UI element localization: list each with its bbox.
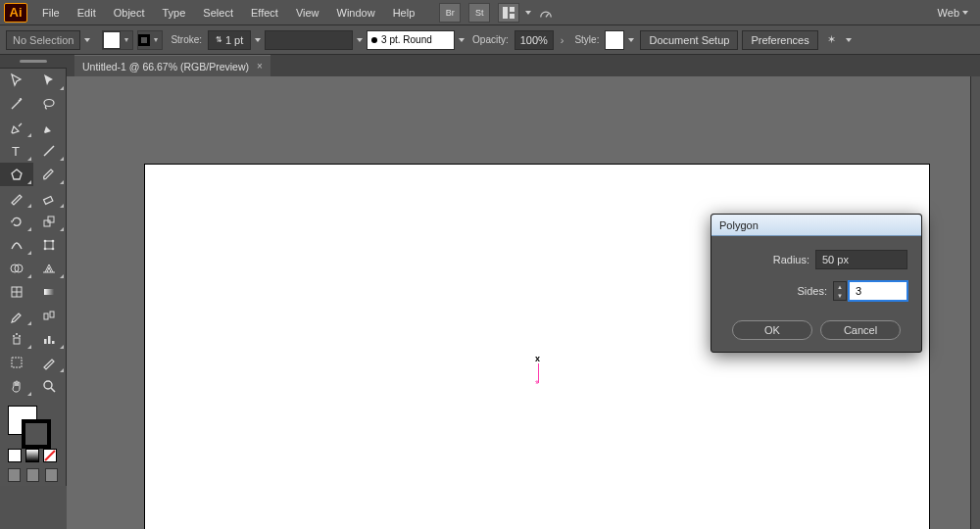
direct-selection-tool[interactable]: [33, 69, 67, 92]
stock-icon[interactable]: St: [468, 3, 490, 23]
menu-effect[interactable]: Effect: [242, 4, 287, 22]
align-icon[interactable]: ✶: [822, 30, 842, 50]
type-tool[interactable]: T: [0, 139, 33, 163]
chevron-down-icon[interactable]: [628, 38, 634, 42]
line-tool[interactable]: [33, 139, 67, 163]
pencil-tool[interactable]: [0, 186, 33, 210]
blend-tool[interactable]: [33, 304, 67, 327]
mesh-tool[interactable]: [0, 280, 33, 304]
right-panel-collapsed[interactable]: [970, 76, 980, 529]
preferences-button[interactable]: Preferences: [742, 30, 817, 50]
menu-window[interactable]: Window: [328, 4, 384, 22]
close-icon[interactable]: ×: [257, 61, 263, 72]
menu-view[interactable]: View: [287, 4, 328, 22]
hand-tool[interactable]: [0, 374, 33, 398]
eraser-tool[interactable]: [33, 186, 67, 210]
svg-rect-29: [44, 339, 47, 344]
color-mode-solid[interactable]: [8, 449, 22, 462]
ok-button[interactable]: OK: [732, 320, 812, 340]
app-logo[interactable]: Ai: [4, 3, 27, 23]
svg-rect-2: [510, 14, 514, 19]
draw-inside[interactable]: [45, 468, 58, 482]
magic-wand-tool[interactable]: [0, 92, 33, 116]
bridge-icon[interactable]: Br: [439, 3, 461, 23]
draw-behind[interactable]: [26, 468, 39, 482]
svg-rect-22: [44, 289, 54, 295]
sides-label: Sides:: [797, 285, 827, 297]
draw-normal[interactable]: [8, 468, 21, 482]
menu-type[interactable]: Type: [154, 4, 195, 22]
curvature-tool[interactable]: [33, 116, 67, 139]
chevron-down-icon[interactable]: [459, 38, 465, 42]
shape-builder-tool[interactable]: [0, 257, 33, 280]
graphic-style-swatch[interactable]: [605, 30, 624, 50]
gauge-icon[interactable]: [535, 3, 557, 23]
stroke-color[interactable]: [22, 419, 51, 449]
chevron-down-icon: [962, 11, 968, 15]
svg-rect-23: [44, 313, 48, 319]
sides-spinner[interactable]: ▲▼: [833, 281, 907, 301]
svg-rect-32: [12, 358, 22, 367]
menu-help[interactable]: Help: [384, 4, 424, 22]
brush-value: 3 pt. Round: [381, 34, 432, 45]
color-mode-none[interactable]: [43, 449, 57, 462]
svg-point-5: [44, 100, 54, 107]
chevron-down-icon[interactable]: [357, 38, 363, 42]
document-setup-button[interactable]: Document Setup: [640, 30, 738, 50]
free-transform-tool[interactable]: [33, 233, 67, 257]
dialog-title[interactable]: Polygon: [711, 215, 921, 236]
radius-input[interactable]: [815, 250, 907, 269]
graph-tool[interactable]: [33, 327, 67, 351]
chevron-right-icon[interactable]: ›: [561, 34, 564, 46]
svg-rect-0: [503, 7, 508, 19]
selection-tool[interactable]: [0, 69, 33, 92]
chevron-down-icon[interactable]: [84, 38, 90, 42]
brush-definition[interactable]: 3 pt. Round: [367, 30, 455, 50]
menu-object[interactable]: Object: [105, 4, 154, 22]
stroke-swatch[interactable]: ▾: [137, 30, 163, 50]
menu-edit[interactable]: Edit: [69, 4, 105, 22]
rotate-tool[interactable]: [0, 210, 33, 233]
cancel-button[interactable]: Cancel: [820, 320, 901, 340]
eyedropper-tool[interactable]: [0, 304, 33, 327]
menu-select[interactable]: Select: [194, 4, 242, 22]
slice-tool[interactable]: [33, 351, 67, 374]
zoom-tool[interactable]: [33, 374, 67, 398]
chevron-down-icon[interactable]: [255, 38, 261, 42]
workspace-switcher[interactable]: Web: [930, 7, 976, 19]
gradient-tool[interactable]: [33, 280, 67, 304]
color-mode-gradient[interactable]: [25, 449, 39, 462]
stroke-weight[interactable]: ⇅1 pt: [208, 30, 251, 50]
document-tab[interactable]: Untitled-1 @ 66.67% (RGB/Preview) ×: [74, 55, 270, 76]
symbol-sprayer-tool[interactable]: [0, 327, 33, 351]
toolbox-collapse-handle[interactable]: [0, 55, 67, 69]
fill-stroke-indicator[interactable]: [0, 402, 67, 447]
brush-dot-icon: [371, 37, 377, 43]
sides-stepper[interactable]: ▲▼: [833, 281, 847, 301]
width-tool[interactable]: [0, 233, 33, 257]
color-mode-row: [0, 447, 66, 464]
pen-tool[interactable]: [0, 116, 33, 139]
document-tabs: Untitled-1 @ 66.67% (RGB/Preview) ×: [0, 55, 980, 76]
lasso-tool[interactable]: [33, 92, 67, 116]
document-tab-title: Untitled-1 @ 66.67% (RGB/Preview): [82, 61, 249, 72]
variable-width-profile[interactable]: [265, 30, 353, 50]
chevron-down-icon[interactable]: [846, 38, 852, 42]
arrange-icon[interactable]: [498, 3, 519, 23]
paintbrush-tool[interactable]: [33, 163, 67, 186]
opacity-label: Opacity:: [472, 34, 509, 45]
selection-indicator[interactable]: No Selection: [6, 30, 80, 50]
opacity-value[interactable]: 100%: [514, 30, 554, 50]
fill-swatch[interactable]: ▾: [102, 30, 133, 50]
svg-point-26: [13, 335, 15, 337]
svg-rect-1: [510, 7, 514, 12]
svg-point-14: [52, 240, 55, 243]
artboard-tool[interactable]: [0, 351, 33, 374]
menu-file[interactable]: File: [33, 4, 69, 22]
chevron-down-icon[interactable]: [525, 11, 531, 15]
scale-tool[interactable]: [33, 210, 67, 233]
shape-tool[interactable]: [0, 163, 33, 186]
sides-input[interactable]: [849, 281, 907, 301]
svg-line-3: [546, 13, 549, 17]
perspective-grid-tool[interactable]: [33, 257, 67, 280]
